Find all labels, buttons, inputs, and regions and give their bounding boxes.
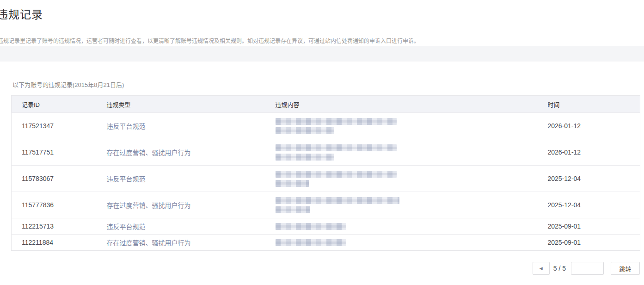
redacted-content-blur	[276, 239, 346, 246]
redacted-content-blur	[276, 206, 310, 213]
violation-content-cell	[265, 113, 538, 139]
table-row: 112211884 存在过度营销、骚扰用户行为 2025-09-01	[12, 235, 640, 251]
redacted-content-blur	[276, 118, 397, 125]
violation-date-cell: 2026-01-12	[538, 113, 640, 139]
redacted-content-blur	[276, 154, 334, 161]
violation-content-cell	[265, 139, 538, 166]
record-id-cell: 112211884	[12, 235, 97, 251]
table-row: 117517751 存在过度营销、骚扰用户行为 2026-01-12	[12, 139, 640, 166]
violation-date-cell: 2026-01-12	[538, 139, 640, 166]
violation-content-cell	[265, 166, 538, 192]
table-row: 117521347 违反平台规范 2026-01-12	[12, 113, 640, 139]
redacted-content-blur	[276, 197, 399, 204]
redacted-content-blur	[276, 171, 397, 178]
violation-date-cell: 2025-12-04	[538, 192, 640, 218]
page-description: 违规记录里记录了账号的违规情况，运营者可随时进行查看，以更清晰了解账号违规情况及…	[0, 37, 644, 45]
column-header-violation-content: 违规内容	[265, 96, 538, 113]
violation-type-link[interactable]: 存在过度营销、骚扰用户行为	[97, 235, 265, 251]
record-id-cell: 112215713	[12, 218, 97, 235]
table-row: 115777836 存在过度营销、骚扰用户行为 2025-12-04	[12, 192, 640, 218]
record-id-cell: 117517751	[12, 139, 97, 166]
violation-records-table: 记录ID 违规类型 违规内容 时间 117521347 违反平台规范 2026-…	[11, 95, 640, 251]
page-jump-input[interactable]	[571, 262, 604, 275]
prev-page-button[interactable]: ◀	[533, 262, 550, 275]
column-header-record-id: 记录ID	[12, 96, 97, 113]
violation-content-cell	[265, 218, 538, 235]
record-id-cell: 115783067	[12, 166, 97, 192]
record-id-cell: 115777836	[12, 192, 97, 218]
table-row: 115783067 违反平台规范 2025-12-04	[12, 166, 640, 192]
redacted-content-blur	[276, 127, 334, 134]
redacted-content-blur	[276, 223, 346, 230]
violation-type-link[interactable]: 违反平台规范	[97, 166, 265, 192]
violation-date-cell: 2025-09-01	[538, 235, 640, 251]
violation-type-link[interactable]: 违反平台规范	[97, 113, 265, 139]
table-row: 112215713 违反平台规范 2025-09-01	[12, 218, 640, 235]
page-header: 违规记录 违规记录里记录了账号的违规情况，运营者可随时进行查看，以更清晰了解账号…	[0, 0, 644, 46]
page-title: 违规记录	[0, 7, 644, 22]
page-indicator: 5 / 5	[553, 265, 566, 272]
redacted-content-blur	[276, 180, 309, 187]
section-divider-band	[0, 46, 644, 62]
violation-type-link[interactable]: 存在过度营销、骚扰用户行为	[97, 192, 265, 218]
column-header-time: 时间	[538, 96, 640, 113]
table-body: 117521347 违反平台规范 2026-01-12 117517751 存在…	[12, 113, 640, 251]
violation-type-link[interactable]: 存在过度营销、骚扰用户行为	[97, 139, 265, 166]
main-content: 以下为账号的违规记录(2015年8月21日后) 记录ID 违规类型 违规内容 时…	[0, 62, 644, 275]
jump-button[interactable]: 跳转	[611, 262, 640, 275]
pagination: ◀ 5 / 5 跳转	[11, 262, 640, 275]
record-id-cell: 117521347	[12, 113, 97, 139]
violation-type-link[interactable]: 违反平台规范	[97, 218, 265, 235]
violation-content-cell	[265, 235, 538, 251]
table-header-row: 记录ID 违规类型 违规内容 时间	[12, 96, 640, 113]
redacted-content-blur	[276, 144, 397, 151]
chevron-left-icon: ◀	[540, 266, 543, 271]
violation-date-cell: 2025-09-01	[538, 218, 640, 235]
column-header-violation-type: 违规类型	[97, 96, 265, 113]
list-heading: 以下为账号的违规记录(2015年8月21日后)	[12, 80, 640, 89]
violation-date-cell: 2025-12-04	[538, 166, 640, 192]
violation-content-cell	[265, 192, 538, 218]
